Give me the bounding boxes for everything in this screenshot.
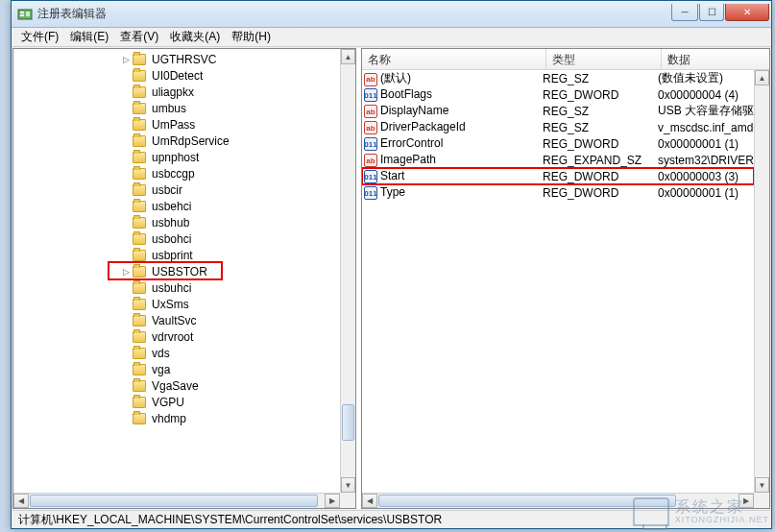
value-row[interactable]: 011BootFlagsREG_DWORD0x00000004 (4) (362, 86, 754, 103)
tree-item-label: usbohci (150, 232, 193, 246)
expander-icon[interactable] (121, 104, 131, 113)
col-data[interactable]: 数据 (662, 49, 769, 69)
folder-icon (133, 201, 146, 212)
value-type: REG_DWORD (543, 170, 658, 183)
close-button[interactable]: ✕ (725, 4, 769, 21)
tree-item-usbehci[interactable]: usbehci (13, 198, 340, 214)
tree-item-vhdmp[interactable]: vhdmp (13, 410, 340, 426)
menu-help[interactable]: 帮助(H) (226, 27, 277, 47)
tree-item-usbstor[interactable]: ▷USBSTOR (13, 263, 340, 279)
tree-item-vds[interactable]: vds (13, 345, 340, 361)
tree-item-vga[interactable]: vga (13, 361, 340, 377)
value-type: REG_SZ (543, 72, 658, 85)
maximize-button[interactable]: ☐ (699, 4, 724, 21)
col-name[interactable]: 名称 (362, 49, 546, 69)
list-scrollbar-horizontal[interactable]: ◀ ▶ (362, 493, 754, 508)
expander-icon[interactable] (121, 185, 131, 195)
string-value-icon: ab (364, 121, 377, 134)
svg-rect-3 (26, 12, 30, 16)
tree-item-upnphost[interactable]: upnphost (13, 149, 340, 165)
folder-icon (133, 119, 146, 131)
tree-item-usbcir[interactable]: usbcir (13, 181, 340, 198)
value-row[interactable]: 011StartREG_DWORD0x00000003 (3) (362, 168, 754, 184)
tree-item-umrdpservice[interactable]: UmRdpService (13, 133, 340, 149)
value-row[interactable]: abImagePathREG_EXPAND_SZsystem32\DRIVERS (362, 152, 754, 168)
tree-item-umbus[interactable]: umbus (13, 100, 340, 116)
tree-item-uliagpkx[interactable]: uliagpkx (13, 84, 340, 100)
tree-item-usbhub[interactable]: usbhub (13, 214, 340, 230)
expander-icon[interactable] (121, 365, 131, 375)
expander-icon[interactable] (121, 71, 131, 81)
minimize-button[interactable]: ─ (671, 4, 698, 21)
expander-icon[interactable] (121, 332, 131, 342)
folder-icon (133, 380, 146, 392)
menu-file[interactable]: 文件(F) (15, 27, 64, 47)
expander-icon[interactable] (121, 300, 131, 309)
tree-item-usbohci[interactable]: usbohci (13, 230, 340, 247)
tree-item-label: UxSms (150, 298, 191, 311)
expander-icon[interactable] (121, 381, 131, 391)
tree-item-label: usbcir (150, 183, 184, 197)
value-type: REG_SZ (543, 121, 658, 134)
expander-icon[interactable] (121, 414, 131, 423)
tree-item-vgasave[interactable]: VgaSave (13, 377, 340, 394)
tree-item-usbuhci[interactable]: usbuhci (13, 279, 340, 296)
menu-view[interactable]: 查看(V) (114, 27, 164, 47)
menu-edit[interactable]: 编辑(E) (64, 27, 114, 47)
expander-icon[interactable] (121, 153, 131, 162)
folder-icon (133, 250, 146, 261)
tree-item-usbprint[interactable]: usbprint (13, 247, 340, 263)
expander-icon[interactable] (121, 251, 131, 260)
expander-icon[interactable] (121, 169, 131, 179)
tree-item-label: UGTHRSVC (150, 53, 218, 66)
value-row[interactable]: 011TypeREG_DWORD0x00000001 (1) (362, 184, 754, 201)
expander-icon[interactable] (121, 398, 131, 407)
expander-icon[interactable]: ▷ (121, 55, 131, 64)
expander-icon[interactable] (121, 136, 131, 146)
tree-item-vaultsvc[interactable]: VaultSvc (13, 312, 340, 328)
expander-icon[interactable] (121, 120, 131, 130)
folder-icon (133, 413, 146, 424)
tree-item-umpass[interactable]: UmPass (13, 116, 340, 133)
tree-item-ui0detect[interactable]: UI0Detect (13, 67, 340, 84)
expander-icon[interactable] (121, 349, 131, 358)
expander-icon[interactable] (121, 316, 131, 326)
tree-scrollbar-horizontal[interactable]: ◀ ▶ (13, 493, 340, 508)
tree-item-vdrvroot[interactable]: vdrvroot (13, 328, 340, 345)
expander-icon[interactable] (121, 283, 131, 293)
tree-item-label: VGPU (150, 396, 186, 409)
value-data: 0x00000001 (1) (658, 186, 754, 200)
tree-scrollbar-vertical[interactable]: ▲ ▼ (340, 49, 355, 493)
expander-icon[interactable] (121, 202, 131, 211)
tree-item-label: USBSTOR (150, 265, 209, 278)
value-data: 0x00000001 (1) (658, 137, 754, 151)
tree-item-uxsms[interactable]: UxSms (13, 296, 340, 312)
value-row[interactable]: ab(默认)REG_SZ(数值未设置) (362, 70, 754, 86)
col-type[interactable]: 类型 (546, 49, 662, 69)
list-scrollbar-vertical[interactable]: ▲ ▼ (754, 70, 769, 493)
folder-icon (133, 233, 146, 245)
expander-icon[interactable] (121, 234, 131, 244)
tree-item-usbccgp[interactable]: usbccgp (13, 165, 340, 181)
expander-icon[interactable]: ▷ (121, 267, 131, 277)
menubar: 文件(F) 编辑(E) 查看(V) 收藏夹(A) 帮助(H) (12, 28, 771, 47)
binary-value-icon: 011 (364, 88, 377, 102)
titlebar[interactable]: 注册表编辑器 ─ ☐ ✕ (12, 1, 771, 28)
tree-pane[interactable]: ▷UGTHRSVCUI0DetectuliagpkxumbusUmPassUmR… (12, 48, 356, 509)
value-row[interactable]: 011ErrorControlREG_DWORD0x00000001 (1) (362, 135, 754, 152)
tree-item-label: upnphost (150, 151, 201, 164)
value-row[interactable]: abDriverPackageIdREG_SZv_mscdsc.inf_amd6 (362, 119, 754, 135)
menu-favorites[interactable]: 收藏夹(A) (164, 27, 226, 47)
tree-item-ugthrsvc[interactable]: ▷UGTHRSVC (13, 51, 340, 67)
values-pane[interactable]: 名称 类型 数据 ab(默认)REG_SZ(数值未设置)011BootFlags… (361, 48, 770, 509)
value-row[interactable]: abDisplayNameREG_SZUSB 大容量存储驱动 (362, 103, 754, 119)
value-data: 0x00000003 (3) (658, 170, 754, 183)
list-header[interactable]: 名称 类型 数据 (362, 49, 769, 70)
tree-item-label: usbuhci (150, 281, 193, 295)
tree-item-label: usbprint (150, 249, 195, 262)
string-value-icon: ab (364, 73, 377, 86)
expander-icon[interactable] (121, 218, 131, 228)
tree-item-vgpu[interactable]: VGPU (13, 394, 340, 410)
expander-icon[interactable] (121, 87, 131, 97)
value-type: REG_DWORD (543, 137, 658, 151)
